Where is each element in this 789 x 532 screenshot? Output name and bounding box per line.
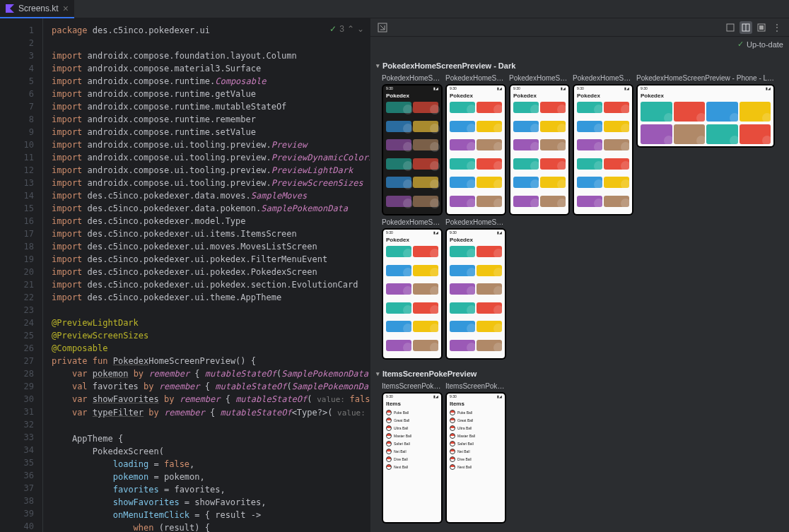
tab-bar: Screens.kt × — [0, 0, 789, 18]
status-check-icon: ✓ — [737, 40, 744, 49]
preview-item-label: PokedexHomeScreenP... — [509, 74, 570, 82]
chevron-up-icon[interactable]: ⌃ — [347, 24, 354, 34]
main-split: ✓ 3 ⌃ ⌄ 12345678910111213141516171819202… — [0, 18, 789, 532]
tab-filename: Screens.kt — [18, 4, 59, 13]
chevron-down-icon: ▾ — [376, 370, 380, 377]
preview-item[interactable]: PokedexHomeScreenP...9:30▮◢Pokedex — [573, 74, 633, 215]
close-icon[interactable]: × — [63, 3, 69, 14]
view-mode-code-icon[interactable] — [724, 21, 737, 34]
expand-icon[interactable] — [376, 21, 389, 34]
gutter: 1234567891011121314151617181920212223242… — [0, 18, 42, 532]
preview-toolbar: ⋮ — [370, 18, 789, 37]
preview-item-label: PokedexHomeScreenP... — [445, 218, 506, 226]
view-mode-split-icon[interactable] — [740, 21, 752, 34]
preview-item-label: PokedexHomeScreenP... — [573, 74, 633, 82]
preview-row: PokedexHomeScreenP...9:30▮◢PokedexPokede… — [373, 74, 783, 360]
preview-item[interactable]: PokedexHomeScreenP...9:30▮◢Pokedex — [509, 74, 570, 215]
file-tab[interactable]: Screens.kt × — [0, 0, 74, 18]
preview-group-header[interactable]: ▾PokedexHomeScreenPreview - Dark — [373, 57, 783, 74]
status-text: Up-to-date — [747, 40, 783, 49]
preview-item[interactable]: ItemsScreenPokePrevi...9:30▮◢ItemsPoke B… — [382, 382, 443, 524]
svg-rect-1 — [727, 24, 734, 31]
group-title: PokedexHomeScreenPreview - Dark — [382, 61, 515, 70]
preview-item[interactable]: PokedexHomeScreenPreview - Phone - Lands… — [636, 74, 775, 215]
preview-item-label: PokedexHomeScreenP... — [445, 74, 506, 82]
preview-body[interactable]: ▾PokedexHomeScreenPreview - DarkPokedexH… — [370, 52, 789, 532]
editor-pane: ✓ 3 ⌃ ⌄ 12345678910111213141516171819202… — [0, 18, 370, 532]
compose-preview-pane: ⋮ ✓ Up-to-date ▾PokedexHomeScreenPreview… — [370, 18, 789, 532]
preview-item-label: PokedexHomeScreenP... — [382, 218, 443, 226]
preview-item[interactable]: PokedexHomeScreenP...9:30▮◢Pokedex — [445, 218, 506, 360]
preview-item-label: PokedexHomeScreenPreview - Phone - Lands… — [636, 74, 775, 82]
preview-item-label: ItemsScreenPokePrevi... — [382, 382, 443, 390]
chevron-down-icon: ▾ — [376, 62, 380, 69]
preview-row: ItemsScreenPokePrevi...9:30▮◢ItemsPoke B… — [373, 382, 783, 524]
chevron-down-icon[interactable]: ⌄ — [357, 24, 364, 34]
preview-item-label: PokedexHomeScreenP... — [382, 74, 443, 82]
code-area[interactable]: package des.c5inco.pokedexer.ui import a… — [42, 18, 370, 532]
svg-rect-5 — [759, 25, 764, 30]
preview-item[interactable]: PokedexHomeScreenP...9:30▮◢Pokedex — [382, 218, 443, 360]
kotlin-file-icon — [6, 4, 14, 13]
group-title: ItemsScreenPokePreview — [382, 370, 477, 378]
more-icon[interactable]: ⋮ — [771, 21, 783, 34]
preview-group-header[interactable]: ▾MovesListPokedexScreenPreview — [373, 529, 783, 532]
preview-item[interactable]: PokedexHomeScreenP...9:30▮◢Pokedex — [382, 74, 443, 215]
preview-group-header[interactable]: ▾ItemsScreenPokePreview — [373, 365, 783, 382]
problems-count[interactable]: 3 — [339, 24, 344, 34]
preview-item[interactable]: ItemsScreenPokePrevi...9:30▮◢ItemsPoke B… — [445, 382, 506, 524]
editor-inspection-toolbar: ✓ 3 ⌃ ⌄ — [329, 24, 364, 34]
view-mode-design-icon[interactable] — [755, 21, 768, 34]
preview-status: ✓ Up-to-date — [737, 40, 783, 49]
inspection-check-icon: ✓ — [329, 24, 337, 34]
preview-item-label: ItemsScreenPokePrevi... — [445, 382, 506, 390]
preview-item[interactable]: PokedexHomeScreenP...9:30▮◢Pokedex — [445, 74, 506, 215]
